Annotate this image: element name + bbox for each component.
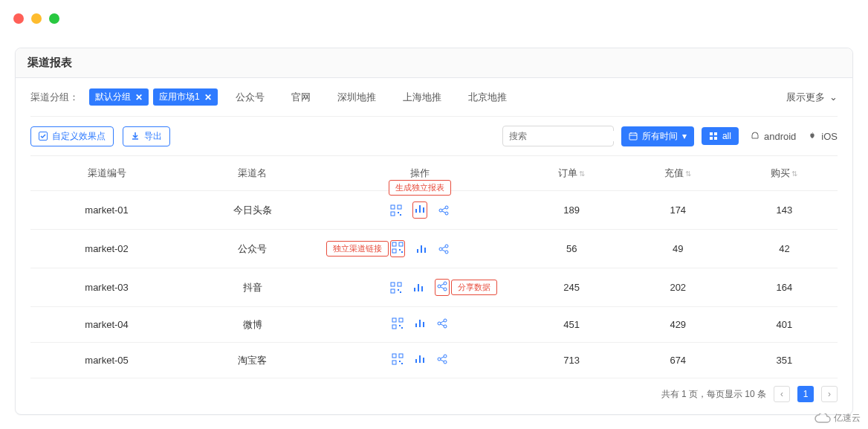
cell-channel-name: 今日头条 <box>183 191 322 230</box>
search-input[interactable] <box>509 131 621 141</box>
cell-channel-name: 公众号 <box>183 230 322 268</box>
page-title: 渠道报表 <box>16 48 852 78</box>
svg-rect-24 <box>398 283 401 286</box>
cell-orders: 245 <box>519 268 625 307</box>
channel-table: 渠道编号 渠道名 操作 生成独立报表 订单⇅ 充值⇅ 购买⇅ market-01… <box>30 155 838 378</box>
page-number[interactable]: 1 <box>797 386 814 402</box>
qr-icon[interactable] <box>390 204 402 216</box>
filter-group[interactable]: 官网 <box>291 91 311 104</box>
cell-channel-id: market-01 <box>30 191 183 230</box>
sort-icon[interactable]: ⇅ <box>685 170 691 178</box>
window-min-dot[interactable] <box>31 13 42 24</box>
close-icon[interactable]: ✕ <box>204 92 212 103</box>
col-purchase[interactable]: 购买⇅ <box>731 156 838 191</box>
apple-icon <box>808 132 817 141</box>
chart-icon[interactable] <box>414 203 426 215</box>
chart-icon[interactable] <box>415 243 427 255</box>
filter-group[interactable]: 北京地推 <box>468 91 507 104</box>
svg-rect-31 <box>392 318 396 322</box>
qr-icon[interactable] <box>392 317 404 329</box>
cell-recharge: 174 <box>625 191 731 230</box>
callout-report: 生成独立报表 <box>389 180 451 196</box>
svg-point-38 <box>444 325 447 328</box>
table-row: market-02公众号独立渠道链接564942 <box>30 230 838 268</box>
chart-icon[interactable] <box>412 282 424 294</box>
cell-channel-name: 抖音 <box>183 268 322 307</box>
svg-point-36 <box>438 322 441 325</box>
window-close-dot[interactable] <box>13 13 24 24</box>
search-input-wrapper[interactable] <box>502 126 614 146</box>
qr-icon[interactable] <box>390 282 402 294</box>
platform-ios-button[interactable]: iOS <box>808 131 838 142</box>
show-more-button[interactable]: 展示更多⌄ <box>786 91 838 104</box>
export-button[interactable]: 导出 <box>123 126 170 146</box>
pagination-summary: 共有 1 页，每页显示 10 条 <box>661 388 766 401</box>
share-icon[interactable] <box>436 280 448 292</box>
cell-orders: 189 <box>519 191 625 230</box>
cloud-icon <box>814 413 831 424</box>
window-max-dot[interactable] <box>49 13 59 24</box>
page-prev-button[interactable]: ‹ <box>774 386 790 402</box>
chart-icon[interactable] <box>414 317 426 329</box>
qr-icon[interactable] <box>392 353 404 365</box>
chart-icon[interactable] <box>414 353 426 365</box>
sort-icon[interactable]: ⇅ <box>791 170 797 178</box>
custom-points-button[interactable]: 自定义效果点 <box>30 126 114 146</box>
callout-share: 分享数据 <box>451 280 497 295</box>
cell-channel-id: market-02 <box>30 230 183 268</box>
svg-rect-34 <box>399 325 401 326</box>
cell-purchase: 143 <box>731 191 838 230</box>
col-channel-name: 渠道名 <box>183 156 322 191</box>
cell-channel-id: market-04 <box>30 307 183 343</box>
svg-rect-17 <box>392 249 396 253</box>
table-row: market-04微博451429401 <box>30 307 838 343</box>
svg-rect-42 <box>399 361 401 362</box>
filter-group[interactable]: 公众号 <box>236 91 265 104</box>
svg-rect-10 <box>398 212 399 213</box>
share-icon[interactable] <box>438 243 450 255</box>
cell-channel-name: 淘宝客 <box>183 343 322 378</box>
svg-rect-41 <box>392 361 396 364</box>
svg-rect-16 <box>399 242 403 246</box>
checkbox-icon <box>39 132 48 141</box>
filter-group[interactable]: 深圳地推 <box>337 91 376 104</box>
page-next-button[interactable]: › <box>821 386 838 402</box>
sort-icon[interactable]: ⇅ <box>579 170 585 178</box>
svg-rect-43 <box>401 363 403 364</box>
share-icon[interactable] <box>438 204 450 216</box>
platform-all-button[interactable]: all <box>702 127 739 145</box>
close-icon[interactable]: ✕ <box>135 92 143 103</box>
col-recharge[interactable]: 充值⇅ <box>625 156 731 191</box>
cell-channel-name: 微博 <box>183 307 322 343</box>
cell-purchase: 164 <box>731 268 838 307</box>
platform-android-button[interactable]: android <box>751 131 796 142</box>
svg-point-44 <box>438 358 441 361</box>
qr-icon[interactable] <box>392 242 404 254</box>
svg-rect-32 <box>399 318 403 322</box>
cell-recharge: 674 <box>625 343 731 378</box>
filter-label: 渠道分组： <box>30 91 79 104</box>
svg-rect-19 <box>401 251 403 253</box>
svg-rect-6 <box>714 137 717 140</box>
svg-rect-9 <box>391 212 395 216</box>
share-icon[interactable] <box>436 317 448 329</box>
share-icon[interactable] <box>436 353 448 365</box>
cell-purchase: 401 <box>731 307 838 343</box>
time-filter-button[interactable]: 所有时间▾ <box>621 126 694 146</box>
chevron-down-icon: ⌄ <box>829 91 838 103</box>
grid-icon <box>709 132 718 141</box>
cell-channel-id: market-05 <box>30 343 183 378</box>
table-row: market-03抖音分享数据245202164 <box>30 268 838 307</box>
svg-rect-2 <box>629 133 637 140</box>
col-orders[interactable]: 订单⇅ <box>519 156 625 191</box>
filter-tag[interactable]: 默认分组✕ <box>89 88 149 106</box>
col-channel-id: 渠道编号 <box>30 156 183 191</box>
android-icon <box>751 132 760 141</box>
cell-orders: 56 <box>519 230 625 268</box>
cell-recharge: 49 <box>625 230 731 268</box>
col-actions: 操作 <box>410 167 430 178</box>
cell-orders: 713 <box>519 343 625 378</box>
svg-rect-18 <box>399 249 401 251</box>
filter-group[interactable]: 上海地推 <box>403 91 441 104</box>
filter-tag[interactable]: 应用市场1✕ <box>153 88 218 106</box>
